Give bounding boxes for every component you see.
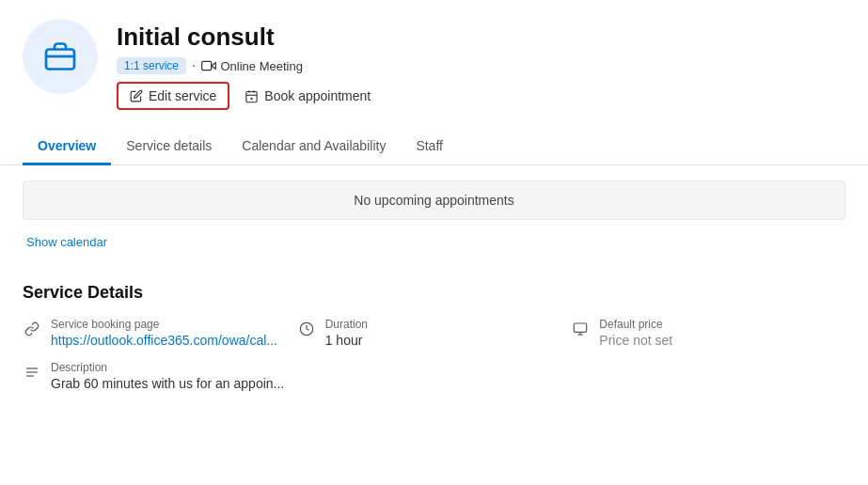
description-label: Description [51, 361, 284, 374]
duration-label: Duration [325, 318, 368, 331]
svg-marker-2 [212, 63, 216, 70]
duration-value: 1 hour [325, 333, 368, 348]
description-value: Grab 60 minutes with us for an appoin... [51, 376, 284, 391]
calendar-icon [245, 89, 259, 103]
link-icon [23, 320, 41, 338]
tab-overview[interactable]: Overview [23, 129, 111, 165]
page-title: Initial consult [117, 23, 371, 52]
no-appointments-banner: No upcoming appointments [23, 180, 845, 220]
description-icon [23, 363, 41, 382]
detail-booking-page: Service booking page https://outlook.off… [23, 318, 297, 348]
svg-rect-3 [202, 61, 212, 70]
action-buttons: Edit service Book appointment [117, 82, 371, 110]
price-icon [571, 320, 590, 338]
briefcase-icon [43, 39, 77, 73]
service-badge: 1:1 service [117, 57, 186, 74]
svg-rect-11 [575, 323, 587, 332]
detail-default-price: Default price Price not set [571, 318, 845, 348]
service-details-section: Service Details Service booking page htt… [0, 283, 868, 391]
price-label: Default price [599, 318, 672, 331]
tab-calendar-availability[interactable]: Calendar and Availability [227, 129, 401, 165]
svg-rect-0 [46, 50, 74, 70]
detail-description: Description Grab 60 minutes with us for … [23, 361, 845, 391]
dot-separator: · [192, 57, 196, 74]
clock-icon [297, 320, 316, 338]
video-icon [201, 58, 216, 73]
detail-duration: Duration 1 hour [297, 318, 572, 348]
booking-page-label: Service booking page [51, 318, 277, 331]
edit-service-button[interactable]: Edit service [117, 82, 229, 110]
booking-page-value[interactable]: https://outlook.office365.com/owa/cal... [51, 333, 277, 348]
online-meeting-label: Online Meeting [201, 58, 302, 73]
details-grid: Service booking page https://outlook.off… [23, 318, 845, 391]
nav-tabs: Overview Service details Calendar and Av… [0, 129, 868, 165]
tab-service-details[interactable]: Service details [111, 129, 227, 165]
svg-rect-4 [246, 91, 257, 102]
pencil-icon [130, 89, 143, 102]
service-badges: 1:1 service · Online Meeting [117, 57, 371, 74]
details-row-1: Service booking page https://outlook.off… [23, 318, 845, 348]
price-value: Price not set [599, 333, 672, 348]
show-calendar-link[interactable]: Show calendar [26, 235, 107, 249]
service-details-title: Service Details [23, 283, 845, 303]
book-appointment-button[interactable]: Book appointment [245, 88, 371, 103]
avatar [23, 19, 98, 94]
header-info: Initial consult 1:1 service · Online Mee… [117, 19, 371, 110]
details-row-2: Description Grab 60 minutes with us for … [23, 361, 845, 391]
content-area: No upcoming appointments Show calendar [0, 165, 868, 264]
header-section: Initial consult 1:1 service · Online Mee… [0, 0, 868, 110]
tab-staff[interactable]: Staff [401, 129, 458, 165]
